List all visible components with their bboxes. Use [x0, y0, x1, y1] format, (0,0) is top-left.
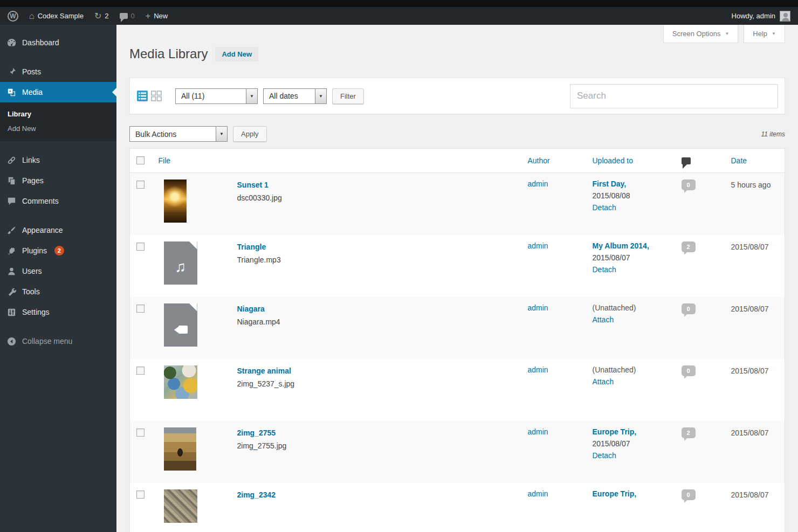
sidebar-label-links: Links — [22, 156, 40, 164]
grid-view-button[interactable] — [150, 90, 162, 102]
column-header-uploaded-to[interactable]: Uploaded to — [588, 149, 677, 173]
author-link[interactable]: admin — [528, 427, 548, 436]
author-link[interactable]: admin — [528, 241, 548, 250]
uploaded-to-link[interactable]: First Day, — [593, 179, 673, 188]
new-content-menu[interactable]: + New — [146, 12, 168, 20]
video-file-icon[interactable] — [164, 303, 197, 347]
row-checkbox[interactable] — [136, 243, 145, 251]
sidebar-label-pages: Pages — [22, 176, 44, 185]
row-checkbox[interactable] — [136, 181, 145, 189]
sidebar-item-users[interactable]: Users — [0, 261, 116, 281]
media-title-link[interactable]: Strange animal — [237, 367, 295, 375]
author-link[interactable]: admin — [528, 303, 548, 312]
media-title-link[interactable]: 2img_2755 — [237, 429, 287, 437]
row-checkbox[interactable] — [136, 429, 145, 437]
author-link[interactable]: admin — [528, 489, 548, 498]
media-thumbnail[interactable] — [164, 179, 187, 223]
sidebar-item-library[interactable]: Library — [0, 107, 116, 121]
user-avatar[interactable] — [780, 11, 790, 22]
search-input[interactable] — [570, 84, 778, 108]
sidebar-item-links[interactable]: Links — [0, 150, 116, 170]
column-header-date[interactable]: Date — [727, 149, 785, 173]
screen-options-label: Screen Options — [672, 30, 721, 38]
list-view-button[interactable] — [136, 90, 148, 102]
sidebar-label-users: Users — [22, 267, 42, 275]
author-link[interactable]: admin — [528, 365, 548, 374]
howdy-greeting[interactable]: Howdy, admin — [732, 12, 775, 20]
apply-button[interactable]: Apply — [233, 126, 267, 142]
table-row: Strange animal 2img_5237_s.jpg admin (Un… — [130, 359, 785, 421]
filter-button[interactable]: Filter — [332, 88, 364, 104]
sidebar-label-dashboard: Dashboard — [22, 38, 59, 47]
sidebar-item-comments[interactable]: Comments — [0, 191, 116, 211]
sidebar-item-tools[interactable]: Tools — [0, 281, 116, 302]
uploaded-to-link[interactable]: My Album 2014, — [593, 241, 673, 250]
brush-icon — [6, 225, 17, 236]
pages-icon — [6, 176, 17, 186]
comment-count-badge[interactable]: 0 — [682, 179, 696, 190]
date-filter-value: All dates — [264, 89, 315, 103]
comment-count-badge[interactable]: 0 — [682, 303, 696, 314]
sidebar-item-posts[interactable]: Posts — [0, 61, 116, 82]
bulk-actions-bar: Bulk Actions ▼ Apply 11 items — [129, 126, 785, 142]
media-title-link[interactable]: Sunset 1 — [237, 181, 282, 189]
plugins-update-badge: 2 — [54, 246, 64, 255]
uploaded-to-link[interactable]: Europe Trip, — [593, 427, 673, 436]
updates-count: 2 — [105, 12, 108, 20]
sidebar-label-media: Media — [22, 88, 43, 96]
detach-link[interactable]: Detach — [593, 265, 673, 274]
date-filter-select[interactable]: All dates ▼ — [263, 88, 327, 104]
wordpress-logo-menu[interactable]: W — [8, 11, 18, 22]
items-count: 11 items — [761, 130, 785, 138]
screen-options-button[interactable]: Screen Options ▼ — [663, 25, 739, 43]
sidebar-item-media[interactable]: Media — [0, 82, 116, 102]
sidebar-item-collapse-menu[interactable]: Collapse menu — [0, 331, 116, 351]
admin-sidebar: Dashboard Posts Media Library Add New Li… — [0, 25, 116, 532]
sidebar-label-posts: Posts — [22, 67, 41, 76]
comments-menu[interactable]: 0 — [120, 12, 135, 20]
column-header-author[interactable]: Author — [524, 149, 588, 173]
attach-link[interactable]: Attach — [593, 315, 673, 324]
media-thumbnail[interactable] — [164, 489, 197, 523]
media-thumbnail[interactable] — [164, 365, 197, 399]
media-title-link[interactable]: Niagara — [237, 305, 280, 313]
media-thumbnail[interactable] — [164, 427, 196, 471]
column-header-file[interactable]: File — [154, 149, 524, 173]
comment-count-badge[interactable]: 2 — [682, 241, 696, 252]
row-checkbox[interactable] — [136, 305, 145, 313]
select-all-checkbox[interactable] — [136, 156, 145, 164]
media-title-link[interactable]: Triangle — [237, 243, 281, 251]
sidebar-item-settings[interactable]: Settings — [0, 302, 116, 322]
help-button[interactable]: Help ▼ — [744, 25, 785, 43]
media-type-filter-select[interactable]: All (11) ▼ — [175, 88, 258, 104]
comment-count-badge[interactable]: 0 — [682, 365, 696, 376]
row-checkbox[interactable] — [136, 490, 145, 499]
updates-menu[interactable]: ↻ 2 — [94, 12, 109, 20]
media-title-link[interactable]: 2img_2342 — [237, 490, 276, 499]
admin-content: Screen Options ▼ Help ▼ Media Library Ad… — [116, 25, 798, 532]
row-checkbox[interactable] — [136, 367, 145, 375]
audio-file-icon[interactable]: ♫ — [164, 241, 197, 285]
detach-link[interactable]: Detach — [593, 451, 673, 460]
sidebar-item-pages[interactable]: Pages — [0, 170, 116, 191]
sidebar-item-media-add-new[interactable]: Add New — [0, 121, 116, 136]
user-icon — [6, 266, 17, 277]
site-name-menu[interactable]: ⌂ Codex Sample — [29, 12, 84, 20]
add-new-button[interactable]: Add New — [215, 47, 258, 61]
attach-link[interactable]: Attach — [593, 377, 673, 386]
media-submenu: Library Add New — [0, 102, 116, 141]
settings-sliders-icon — [6, 307, 17, 317]
column-header-comments-icon[interactable] — [682, 157, 691, 164]
sidebar-item-dashboard[interactable]: Dashboard — [0, 32, 116, 53]
bulk-actions-select[interactable]: Bulk Actions ▼ — [129, 126, 228, 142]
bulk-actions-value: Bulk Actions — [130, 127, 216, 141]
comment-count-badge[interactable]: 0 — [682, 489, 696, 500]
sidebar-item-appearance[interactable]: Appearance — [0, 220, 116, 240]
detach-link[interactable]: Detach — [593, 203, 673, 212]
media-filename: Triangle.mp3 — [237, 255, 281, 264]
comment-count-badge[interactable]: 2 — [682, 427, 696, 438]
author-link[interactable]: admin — [528, 179, 548, 188]
uploaded-to-link[interactable]: Europe Trip, — [593, 489, 673, 498]
media-icon — [6, 87, 17, 98]
sidebar-item-plugins[interactable]: Plugins 2 — [0, 240, 116, 261]
